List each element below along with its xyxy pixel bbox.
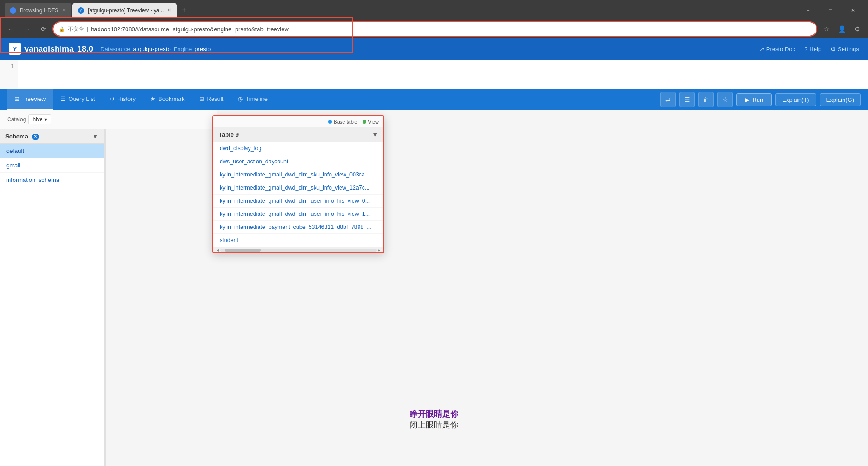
delete-button[interactable]: 🗑 <box>698 92 714 107</box>
catalog-label: Catalog <box>7 116 26 123</box>
datasource-label: Datasource <box>100 46 130 52</box>
help-link[interactable]: ? Help <box>804 46 821 52</box>
table-panel-legend-row: Base table View <box>213 116 383 128</box>
logo-icon: Y <box>9 43 21 55</box>
base-table-dot <box>328 120 332 124</box>
toolbar: ⊞ Treeview ☰ Query List ↺ History ★ Book… <box>0 89 868 110</box>
schema-item-default[interactable]: default <box>0 144 104 158</box>
view-dot <box>363 120 366 124</box>
exchange-button[interactable]: ⇄ <box>660 92 676 107</box>
horizontal-scrollbar[interactable]: ◂ ▸ <box>213 247 383 252</box>
address-bar[interactable]: 🔒 不安全 | hadoop102:7080/#datasource=atgui… <box>53 22 816 36</box>
settings-label: Settings <box>838 46 859 52</box>
table-item-dwd-display-log[interactable]: dwd_display_log <box>213 142 383 155</box>
catalog-value: hive <box>33 116 42 123</box>
editor-content[interactable] <box>18 60 868 89</box>
tab-bookmark-nav[interactable]: ★ Bookmark <box>143 89 192 110</box>
engine-value: presto <box>194 46 211 52</box>
browser-tab-bar: Browsing HDFS ✕ Y [atguigu-presto] Treev… <box>0 0 868 20</box>
schema-item-gmall[interactable]: gmall <box>0 158 104 173</box>
scroll-right-arrow[interactable]: ▸ <box>377 247 382 252</box>
tab-close-2[interactable]: ✕ <box>167 7 171 13</box>
tab-treeview-nav[interactable]: ⊞ Treeview <box>7 89 53 110</box>
history-tab-label: History <box>118 95 136 102</box>
view-label: View <box>368 119 379 124</box>
minimize-button[interactable]: − <box>797 4 818 17</box>
star-button[interactable]: ☆ <box>820 23 833 35</box>
table-item-kylin-2[interactable]: kylin_intermediate_gmall_dwd_dim_sku_inf… <box>213 181 383 195</box>
tab-timeline-nav[interactable]: ◷ Timeline <box>231 89 275 110</box>
app-header: Y yanagishima 18.0 Datasource atguigu-pr… <box>0 38 868 60</box>
schema-list: default gmall information_schema <box>0 144 104 466</box>
run-button[interactable]: ▶ Run <box>736 93 772 106</box>
schema-table-area: Schema 3 ▼ default gmall information_sch… <box>0 129 217 466</box>
bookmark-tab-label: Bookmark <box>158 95 185 102</box>
explain-t-button[interactable]: Explain(T) <box>775 93 816 106</box>
history-icon: ↺ <box>110 95 115 102</box>
bottom-line1: 睁开眼睛是你 <box>410 409 458 419</box>
schema-panel: Schema 3 ▼ default gmall information_sch… <box>0 129 104 466</box>
legend-base-table: Base table <box>328 119 357 124</box>
timeline-tab-label: Timeline <box>245 95 268 102</box>
datasource-value: atguigu-presto <box>133 46 171 52</box>
table-title: Table <box>219 131 234 138</box>
table-filter-icon[interactable]: ▼ <box>372 131 378 138</box>
table-item-kylin-payment[interactable]: kylin_intermediate_payment_cube_53146311… <box>213 221 383 234</box>
catalog-select[interactable]: hive ▾ <box>28 114 51 124</box>
schema-filter-icon[interactable]: ▼ <box>92 133 98 140</box>
tab-browsing-hdfs[interactable]: Browsing HDFS ✕ <box>5 3 71 18</box>
line-numbers: 1 <box>0 60 18 89</box>
table-icon: ⊞ <box>199 95 204 102</box>
table-item-kylin-4[interactable]: kylin_intermediate_gmall_dwd_dim_user_in… <box>213 208 383 221</box>
bookmark-icon: ★ <box>150 95 156 102</box>
table-list: dwd_display_log dws_user_action_daycount… <box>213 142 383 247</box>
table-item-kylin-3[interactable]: kylin_intermediate_gmall_dwd_dim_user_in… <box>213 195 383 208</box>
bottom-line2: 闭上眼睛是你 <box>410 419 458 430</box>
settings-icon: ⚙ <box>830 46 836 52</box>
close-button[interactable]: ✕ <box>843 4 863 17</box>
table-item-dws-user-action[interactable]: dws_user_action_daycount <box>213 155 383 168</box>
tabs-container: Browsing HDFS ✕ Y [atguigu-presto] Treev… <box>5 0 190 20</box>
presto-doc-label: Presto Doc <box>766 46 795 52</box>
explain-g-button[interactable]: Explain(G) <box>820 93 861 106</box>
settings-link[interactable]: ⚙ Settings <box>830 46 859 52</box>
scroll-thumb[interactable] <box>225 249 261 252</box>
table-item-student[interactable]: student <box>213 234 383 247</box>
tab-history-nav[interactable]: ↺ History <box>103 89 143 110</box>
catalog-dropdown-icon: ▾ <box>44 116 47 123</box>
maximize-button[interactable]: □ <box>820 4 841 17</box>
new-tab-button[interactable]: + <box>178 4 190 17</box>
favorite-button[interactable]: ☆ <box>717 92 733 107</box>
scroll-track[interactable] <box>220 249 377 252</box>
url-separator: | <box>87 26 88 32</box>
run-label: Run <box>752 96 763 103</box>
url-text: hadoop102:7080/#datasource=atguigu-prest… <box>91 26 289 33</box>
schema-item-information-schema[interactable]: information_schema <box>0 173 104 187</box>
left-panel: Catalog hive ▾ Schema 3 ▼ <box>0 110 217 466</box>
scroll-left-arrow[interactable]: ◂ <box>215 247 220 252</box>
clock-icon: ◷ <box>238 95 243 102</box>
tab-close-1[interactable]: ✕ <box>62 7 66 13</box>
tree-icon: ⊞ <box>14 95 19 102</box>
tab-result-nav[interactable]: ⊞ Result <box>192 89 231 110</box>
tab-querylist-nav[interactable]: ☰ Query List <box>53 89 102 110</box>
datasource-info: Datasource atguigu-presto Engine presto <box>100 46 211 52</box>
format-button[interactable]: ☰ <box>679 92 695 107</box>
result-tab-label: Result <box>207 95 224 102</box>
back-button[interactable]: ← <box>5 23 17 35</box>
table-legend: Base table View <box>328 117 379 126</box>
extension-button[interactable]: ⚙ <box>851 23 863 35</box>
presto-doc-link[interactable]: ↗ Presto Doc <box>760 46 795 52</box>
table-item-kylin-1[interactable]: kylin_intermediate_gmall_dwd_dim_sku_inf… <box>213 168 383 181</box>
tab-label-2: [atguigu-presto] Treeview - ya... <box>88 7 164 14</box>
catalog-bar: Catalog hive ▾ <box>0 110 217 129</box>
tab-treeview[interactable]: Y [atguigu-presto] Treeview - ya... ✕ <box>72 3 177 18</box>
insecure-label: 不安全 <box>68 25 84 33</box>
schema-count-badge: 3 <box>32 134 40 140</box>
forward-button[interactable]: → <box>21 23 33 35</box>
address-bar-row: ← → ⟳ 🔒 不安全 | hadoop102:7080/#datasource… <box>0 20 868 38</box>
user-button[interactable]: 👤 <box>835 23 848 35</box>
schema-scroll-divider <box>104 129 106 466</box>
base-table-label: Base table <box>334 119 357 124</box>
reload-button[interactable]: ⟳ <box>37 23 50 35</box>
